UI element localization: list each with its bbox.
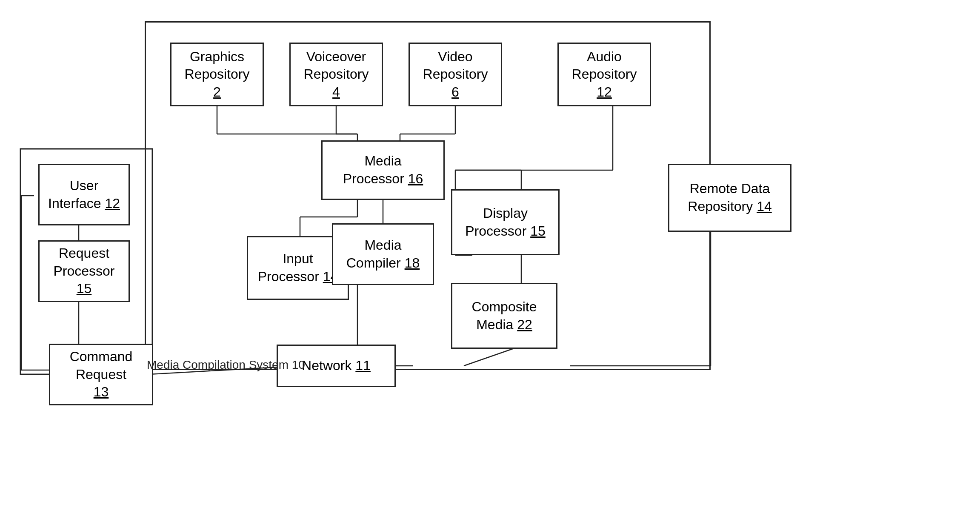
user-interface-box: UserInterface 12 xyxy=(38,164,130,225)
video-repo-label: VideoRepository xyxy=(423,49,488,82)
network-label: Network xyxy=(302,358,351,373)
media-compiler-box: MediaCompiler 18 xyxy=(332,223,434,285)
voiceover-repo-box: VoiceoverRepository 4 xyxy=(289,43,383,106)
voiceover-repo-num: 4 xyxy=(332,84,340,100)
media-processor-box: MediaProcessor 16 xyxy=(321,140,445,200)
display-processor-label: DisplayProcessor xyxy=(465,205,528,239)
display-processor-num: 15 xyxy=(530,223,546,239)
command-request-num: 13 xyxy=(94,384,109,399)
media-processor-num: 16 xyxy=(408,171,423,186)
command-request-label: CommandRequest xyxy=(70,349,133,382)
graphics-repo-label: Graphics Repository xyxy=(185,49,250,82)
voiceover-repo-label: VoiceoverRepository xyxy=(304,49,369,82)
media-compiler-num: 18 xyxy=(405,255,420,271)
input-processor-label: InputProcessor xyxy=(258,251,319,284)
composite-media-box: CompositeMedia 22 xyxy=(451,283,557,349)
media-compiler-label: MediaCompiler xyxy=(346,237,402,271)
network-num: 11 xyxy=(355,358,371,373)
video-repo-num: 6 xyxy=(451,84,459,100)
audio-repo-num: 12 xyxy=(597,84,612,100)
composite-media-num: 22 xyxy=(517,317,532,332)
diagram: Graphics Repository 2 VoiceoverRepositor… xyxy=(0,0,980,510)
request-processor-num: 15 xyxy=(77,281,92,296)
command-request-box: CommandRequest 13 xyxy=(49,344,153,405)
user-interface-num: 12 xyxy=(105,196,120,211)
request-processor-box: RequestProcessor 15 xyxy=(38,240,130,302)
audio-repo-box: AudioRepository 12 xyxy=(557,43,651,106)
audio-repo-label: AudioRepository xyxy=(572,49,637,82)
request-processor-label: RequestProcessor xyxy=(53,245,114,279)
video-repo-box: VideoRepository 6 xyxy=(409,43,502,106)
graphics-repo-num: 2 xyxy=(213,84,221,100)
media-processor-label: MediaProcessor xyxy=(343,153,404,186)
remote-data-repo-num: 14 xyxy=(757,199,772,214)
media-compilation-label: Media Compilation System 10 xyxy=(147,358,305,372)
user-interface-label: UserInterface xyxy=(48,178,101,211)
graphics-repo-box: Graphics Repository 2 xyxy=(170,43,264,106)
display-processor-box: DisplayProcessor 15 xyxy=(451,189,560,255)
remote-data-repo-box: Remote DataRepository 14 xyxy=(668,164,791,232)
